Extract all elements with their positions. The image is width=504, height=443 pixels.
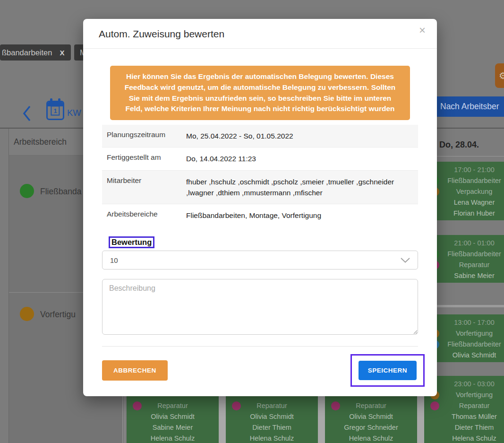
day-column-header: Do, 28.04. [439,140,479,150]
detail-label: Planungszeitraum [107,130,178,141]
detail-value: Mo, 25.04.2022 - So, 01.05.2022 [186,130,293,141]
save-button[interactable]: SPEICHERN [359,361,417,380]
shift-time: 23:00 - 03:00 [454,380,494,388]
tab-nach-arbeitsbereichen[interactable]: Nach Arbeitsber [425,96,504,117]
detail-label: Fertiggestellt am [107,153,178,164]
table-row: Fertiggestellt am Do, 14.04.2022 11:23 [102,147,418,170]
rating-label: Bewertung [109,236,154,248]
chevron-down-icon [401,258,410,263]
cancel-button[interactable]: ABBRECHEN [102,360,168,381]
detail-label: Mitarbeiter [107,176,178,199]
shift-time: 13:00 - 17:00 [454,319,494,326]
dialog-footer: ABBRECHEN SPEICHERN [102,354,418,387]
rate-assignment-dialog: Autom. Zuweisung bewerten × Hier können … [83,19,437,396]
workarea-dot [331,401,340,410]
detail-value: fhuber ,hschulz ,oschmidt ,pscholz ,smei… [186,176,413,199]
save-button-highlight: SPEICHERN [350,354,425,387]
table-row: Planungszeitraum Mo, 25.04.2022 - So, 01… [102,125,418,147]
calendar-icon[interactable]: 1 [46,98,64,120]
rating-label-wrap: Bewertung [109,236,418,248]
filter-chip-fliessbandarbeiten[interactable]: ßbandarbeiten X [0,44,71,61]
app-screen: ßbandarbeiten X M 1 KW 1 Arbeitsbereich … [0,0,504,443]
workarea-dot [430,401,439,410]
shift-time: 21:00 - 01:00 [454,239,494,247]
dialog-header: Autom. Zuweisung bewerten × [83,19,437,49]
detail-value: Do, 14.04.2022 11:23 [186,153,256,164]
gear-icon: ⚙ [499,70,504,81]
workarea-dot [133,401,142,410]
assignment-details-table: Planungszeitraum Mo, 25.04.2022 - So, 01… [102,125,418,226]
previous-week-icon[interactable] [22,104,32,122]
chip-close-icon[interactable]: X [60,49,64,57]
rating-selected-value: 10 [110,256,118,264]
detail-value: Fließbandarbeiten, Montage, Vorfertigung [186,210,321,221]
rating-select[interactable]: 10 [102,251,418,269]
info-banner: Hier können Sie das Ergebnis der automat… [110,66,410,120]
dialog-body: Hier können Sie das Ergebnis der automat… [83,49,437,387]
settings-button[interactable]: ⚙ [495,63,504,88]
workarea-orange-dot [20,307,34,321]
description-textarea[interactable] [102,279,418,335]
detail-label: Arbeitsbereiche [107,210,178,221]
table-row: Arbeitsbereiche Fließbandarbeiten, Monta… [102,204,418,226]
workarea-green-dot [20,184,34,198]
table-row: Mitarbeiter fhuber ,hschulz ,oschmidt ,p… [102,170,418,204]
footer-divider [102,346,418,347]
workarea-dot [232,401,241,410]
filter-chip-label: ßbandarbeiten [2,48,52,57]
shift-time: 17:00 - 21:00 [454,166,494,174]
calendar-day-number: 1 [51,106,60,116]
close-icon[interactable]: × [419,24,426,37]
dialog-title: Autom. Zuweisung bewerten [99,19,437,49]
